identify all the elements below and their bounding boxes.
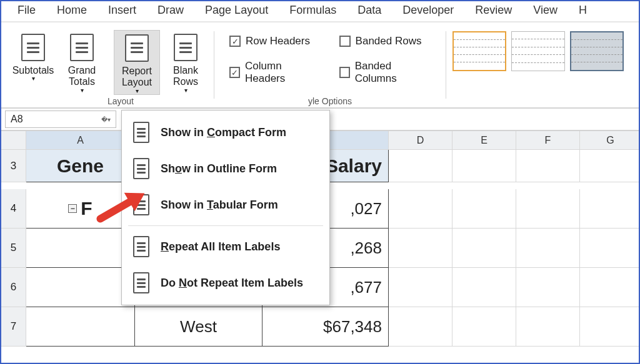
- menu-label: Show in Tabular Form: [161, 199, 278, 212]
- cell-C7[interactable]: $67,348: [262, 307, 389, 347]
- row-headers-checkbox[interactable]: ✓ Row Headers: [229, 35, 319, 47]
- menu-repeat-labels[interactable]: Repeat All Item Labels: [122, 229, 329, 265]
- select-all-corner[interactable]: [1, 131, 26, 150]
- tab-home[interactable]: Home: [57, 4, 87, 20]
- tab-data[interactable]: Data: [358, 4, 381, 20]
- cell-E7[interactable]: [452, 307, 516, 347]
- cell-B7[interactable]: West: [135, 307, 262, 347]
- grand-totals-icon: [70, 34, 94, 61]
- report-layout-menu: Show in Compact Form Show in Outline For…: [121, 110, 330, 305]
- layout-icon: [133, 236, 149, 257]
- layout-icon: [133, 122, 149, 143]
- style-thumb-2[interactable]: [511, 31, 565, 71]
- cell-F3[interactable]: [516, 150, 580, 182]
- chevron-down-icon: ▾: [184, 87, 188, 94]
- cell-F4[interactable]: [516, 189, 580, 229]
- menu-label: Repeat All Item Labels: [161, 240, 280, 253]
- checkbox-empty-icon: [339, 36, 351, 47]
- cell-E4[interactable]: [452, 189, 516, 229]
- checkbox-empty-icon: [339, 67, 350, 78]
- menu-tabular-form[interactable]: Show in Tabular Form: [122, 187, 329, 223]
- ribbon: Subtotals ▾ Grand Totals ▾ Layout Report…: [1, 22, 639, 109]
- menu-label: Show in Outline Form: [161, 162, 277, 175]
- row-6[interactable]: 6: [1, 268, 26, 307]
- banded-rows-checkbox[interactable]: Banded Rows: [339, 35, 431, 47]
- group-style-options-label: yle Options: [308, 96, 352, 106]
- cell-G7[interactable]: [580, 307, 640, 347]
- row-3[interactable]: 3: [1, 150, 26, 182]
- tab-developer[interactable]: Developer: [402, 4, 454, 20]
- col-G[interactable]: G: [580, 131, 640, 150]
- chevron-down-icon: ▾: [32, 75, 35, 82]
- tab-pagelayout[interactable]: Page Layout: [205, 4, 268, 20]
- menu-label: Do Not Repeat Item Labels: [161, 277, 303, 290]
- tab-insert[interactable]: Insert: [108, 4, 136, 20]
- menu-outline-form[interactable]: Show in Outline Form: [122, 150, 329, 187]
- col-D[interactable]: D: [389, 131, 452, 150]
- chevron-down-icon: ▾: [81, 87, 84, 94]
- grand-totals-label: Grand Totals: [68, 65, 96, 88]
- cell-G6[interactable]: [580, 268, 640, 307]
- report-layout-button[interactable]: Report Layout ▾: [114, 30, 160, 95]
- blank-rows-icon: [174, 34, 198, 61]
- ribbon-tabs: File Home Insert Draw Page Layout Formul…: [1, 1, 639, 22]
- cell-E6[interactable]: [452, 268, 516, 307]
- cell-G4[interactable]: [580, 189, 640, 229]
- blank-rows-label: Blank Rows: [173, 65, 198, 88]
- col-E[interactable]: E: [452, 131, 516, 150]
- menu-compact-form[interactable]: Show in Compact Form: [122, 114, 329, 150]
- cell-A6[interactable]: [26, 268, 135, 307]
- tab-file[interactable]: File: [18, 4, 36, 20]
- tab-formulas[interactable]: Formulas: [289, 4, 336, 20]
- menu-do-not-repeat-labels[interactable]: Do Not Repeat Item Labels: [122, 265, 329, 301]
- tab-truncated[interactable]: H: [579, 4, 587, 20]
- column-headers-checkbox[interactable]: ✓ Column Headers: [229, 60, 319, 85]
- layout-icon: [133, 272, 149, 293]
- cell-E5[interactable]: [452, 229, 516, 268]
- layout-icon: [133, 158, 149, 179]
- row-7[interactable]: 7: [1, 307, 26, 347]
- cell-G3[interactable]: [580, 150, 640, 182]
- banded-columns-checkbox[interactable]: Banded Columns: [339, 60, 431, 85]
- report-layout-label: Report Layout: [122, 66, 152, 89]
- cell-D5[interactable]: [389, 229, 452, 268]
- name-box[interactable]: A8 �▾: [5, 111, 116, 128]
- blank-rows-button[interactable]: Blank Rows ▾: [162, 30, 209, 95]
- name-box-value: A8: [11, 114, 23, 125]
- collapse-icon[interactable]: −: [68, 204, 77, 213]
- col-F[interactable]: F: [516, 131, 580, 150]
- menu-label: Show in Compact Form: [161, 126, 286, 139]
- cell-G5[interactable]: [580, 229, 640, 268]
- cell-F6[interactable]: [516, 268, 580, 307]
- cell-A7[interactable]: [26, 307, 135, 347]
- cell-A3[interactable]: Gene: [26, 150, 135, 182]
- cell-D7[interactable]: [389, 307, 452, 347]
- tab-draw[interactable]: Draw: [158, 4, 184, 20]
- cell-F5[interactable]: [516, 229, 580, 268]
- subtotals-button[interactable]: Subtotals ▾: [10, 30, 56, 95]
- col-A[interactable]: A: [26, 131, 135, 150]
- style-thumb-1[interactable]: [452, 31, 506, 71]
- report-layout-icon: [125, 34, 149, 62]
- tab-review[interactable]: Review: [475, 4, 512, 20]
- cell-D3[interactable]: [389, 150, 452, 182]
- cell-D6[interactable]: [389, 268, 452, 307]
- checkbox-checked-icon: ✓: [229, 36, 241, 47]
- cell-D4[interactable]: [389, 189, 452, 229]
- cell-F7[interactable]: [516, 307, 580, 347]
- tab-view[interactable]: View: [533, 4, 558, 20]
- row-5[interactable]: 5: [1, 229, 26, 268]
- pivottable-styles-gallery[interactable]: [446, 22, 626, 107]
- grand-totals-button[interactable]: Grand Totals ▾: [59, 30, 105, 95]
- column-headers-label: Column Headers: [245, 60, 319, 85]
- chevron-down-icon: ▾: [136, 87, 139, 95]
- banded-columns-label: Banded Columns: [355, 60, 431, 85]
- banded-rows-label: Banded Rows: [356, 35, 422, 47]
- cell-E3[interactable]: [452, 150, 516, 182]
- checkbox-checked-icon: ✓: [229, 67, 240, 78]
- row-4[interactable]: 4: [1, 189, 26, 229]
- cell-A5[interactable]: [26, 229, 135, 268]
- chevron-down-icon: �▾: [101, 116, 111, 123]
- style-thumb-3[interactable]: [570, 31, 624, 71]
- row-headers-label: Row Headers: [246, 35, 310, 47]
